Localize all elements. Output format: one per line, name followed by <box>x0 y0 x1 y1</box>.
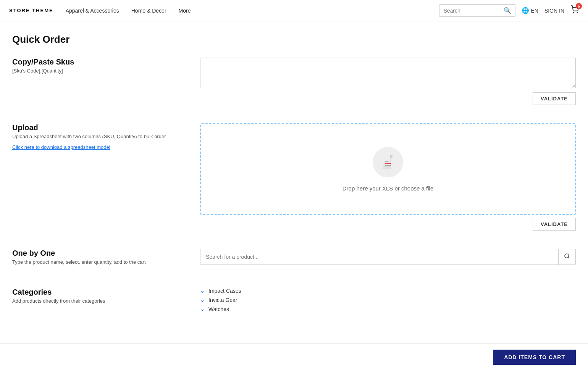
upload-file-icon-wrap <box>373 147 403 177</box>
download-spreadsheet-link[interactable]: Click here to download a spreadsheet mod… <box>12 144 110 150</box>
file-icon <box>380 155 396 170</box>
nav-more[interactable]: More <box>179 8 191 14</box>
categories-section: Categories Add products directly from th… <box>12 288 576 315</box>
chevron-down-icon: ⌄ <box>200 306 205 312</box>
one-by-one-desc: Type the product name, select, enter qua… <box>12 259 188 265</box>
category-label: Watches <box>208 306 229 312</box>
store-logo: STORE THEME <box>9 8 53 13</box>
copy-paste-right: VALIDATE <box>200 58 576 105</box>
upload-title: Upload <box>12 123 188 132</box>
copy-paste-layout: Copy/Paste Skus [Sku's Code],[Quantity] … <box>12 58 576 105</box>
header-right: 🔍 EN SIGN IN 6 <box>439 4 579 17</box>
main-nav: Apparel & Accessories Home & Decor More <box>66 8 439 14</box>
product-search-input[interactable] <box>200 250 558 264</box>
categories-list: ⌄ Impact Cases ⌄ Invicta Gear ⌄ Watches <box>200 288 576 315</box>
categories-title: Categories <box>12 288 188 297</box>
product-search-box <box>200 249 576 265</box>
product-search-button[interactable] <box>558 249 575 265</box>
category-label: Impact Cases <box>208 288 241 294</box>
category-label: Invicta Gear <box>208 297 237 303</box>
one-by-one-title: One by One <box>12 249 188 258</box>
svg-line-9 <box>568 257 569 258</box>
upload-right: Drop here your XLS or choose a file VALI… <box>200 123 576 231</box>
svg-point-1 <box>577 12 578 13</box>
one-by-one-section: One by One Type the product name, select… <box>12 249 576 269</box>
sku-textarea[interactable] <box>200 58 576 88</box>
chevron-down-icon: ⌄ <box>200 288 205 294</box>
one-by-one-right <box>200 249 576 265</box>
list-item[interactable]: ⌄ Invicta Gear <box>200 297 576 303</box>
svg-point-8 <box>565 254 569 258</box>
upload-left: Upload Upload a Spreadsheet with two col… <box>12 123 188 150</box>
nav-home-decor[interactable]: Home & Decor <box>131 8 166 14</box>
upload-drop-zone[interactable]: Drop here your XLS or choose a file <box>200 123 576 215</box>
header: STORE THEME Apparel & Accessories Home &… <box>0 0 588 21</box>
language-selector[interactable]: EN <box>522 7 538 14</box>
globe-icon <box>522 7 529 14</box>
page-title: Quick Order <box>12 34 576 45</box>
categories-desc: Add products directly from their categor… <box>12 298 188 304</box>
upload-drop-text: Drop here your XLS or choose a file <box>342 185 433 192</box>
categories-left: Categories Add products directly from th… <box>12 288 188 308</box>
one-by-one-layout: One by One Type the product name, select… <box>12 249 576 269</box>
copy-paste-desc: [Sku's Code],[Quantity] <box>12 68 188 74</box>
header-search-input[interactable] <box>439 5 500 16</box>
main-content: Quick Order Copy/Paste Skus [Sku's Code]… <box>0 21 588 364</box>
upload-desc: Upload a Spreadsheet with two columns (S… <box>12 134 188 139</box>
cart-badge: 6 <box>576 3 582 9</box>
copy-paste-title: Copy/Paste Skus <box>12 58 188 66</box>
copy-paste-validate-button[interactable]: VALIDATE <box>533 92 576 105</box>
svg-point-0 <box>573 12 574 13</box>
upload-layout: Upload Upload a Spreadsheet with two col… <box>12 123 576 231</box>
svg-rect-4 <box>390 155 393 158</box>
list-item[interactable]: ⌄ Impact Cases <box>200 288 576 294</box>
header-search-button[interactable]: 🔍 <box>500 5 515 16</box>
copy-paste-left: Copy/Paste Skus [Sku's Code],[Quantity] <box>12 58 188 78</box>
upload-section: Upload Upload a Spreadsheet with two col… <box>12 123 576 231</box>
one-by-one-left: One by One Type the product name, select… <box>12 249 188 269</box>
copy-paste-section: Copy/Paste Skus [Sku's Code],[Quantity] … <box>12 58 576 105</box>
nav-apparel[interactable]: Apparel & Accessories <box>66 8 119 14</box>
upload-validate-button[interactable]: VALIDATE <box>533 218 576 231</box>
header-search: 🔍 <box>439 4 515 17</box>
language-label: EN <box>531 8 538 14</box>
chevron-down-icon: ⌄ <box>200 297 205 303</box>
cart-button[interactable]: 6 <box>570 5 579 16</box>
add-to-cart-bar: ADD ITEMS TO CART <box>0 343 588 364</box>
add-items-to-cart-button[interactable]: ADD ITEMS TO CART <box>493 350 576 364</box>
list-item[interactable]: ⌄ Watches <box>200 306 576 312</box>
signin-button[interactable]: SIGN IN <box>544 8 564 14</box>
